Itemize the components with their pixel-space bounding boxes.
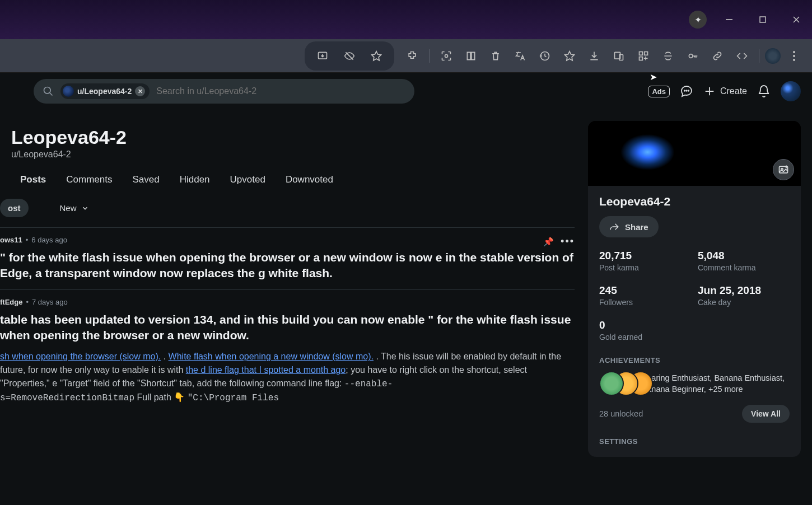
- install-app-icon[interactable]: [311, 45, 334, 67]
- stat-comment-karma: 5,048 Comment karma: [698, 250, 790, 272]
- svg-point-16: [686, 90, 687, 91]
- svg-point-10: [689, 54, 693, 58]
- sort-label: New: [60, 203, 77, 213]
- downloads-icon[interactable]: [583, 45, 605, 67]
- svg-point-13: [793, 59, 795, 61]
- chip-close-icon[interactable]: ✕: [135, 86, 145, 96]
- search-input[interactable]: [156, 86, 405, 96]
- svg-rect-8: [645, 52, 648, 55]
- add-banner-button[interactable]: [773, 159, 794, 180]
- tab-posts[interactable]: Posts: [20, 174, 46, 185]
- password-key-icon[interactable]: [682, 45, 704, 67]
- delete-icon[interactable]: [484, 45, 507, 67]
- address-bar-actions: [305, 41, 394, 71]
- search-scope-chip[interactable]: u/Leopeva64-2 ✕: [60, 83, 150, 99]
- tab-upvoted[interactable]: Upvoted: [230, 174, 265, 185]
- achievements-heading: ACHIEVEMENTS: [599, 356, 790, 364]
- share-button[interactable]: Share: [599, 216, 659, 237]
- svg-rect-0: [726, 19, 732, 20]
- tracking-prevention-icon[interactable]: [338, 45, 361, 67]
- post-subreddit[interactable]: ows11: [0, 236, 22, 244]
- share-icon: [609, 222, 619, 232]
- share-label: Share: [625, 222, 648, 232]
- post-title[interactable]: " for the white flash issue when opening…: [0, 250, 575, 282]
- stats-grid: 20,715 Post karma 5,048 Comment karma 24…: [599, 250, 790, 342]
- send-to-devices-icon[interactable]: [608, 45, 630, 67]
- stat-cake-day: Jun 25, 2018 Cake day: [698, 284, 790, 307]
- close-button[interactable]: [785, 8, 808, 31]
- extensions-icon[interactable]: [401, 45, 423, 67]
- apps-icon[interactable]: [632, 45, 655, 67]
- stat-gold: 0 Gold earned: [599, 319, 691, 342]
- browser-titlebar: ✦: [0, 0, 812, 39]
- tab-hidden[interactable]: Hidden: [180, 174, 210, 185]
- profile-sidebar: Leopeva64-2 Share 20,715 Post karma 5,04…: [588, 121, 801, 457]
- view-all-button[interactable]: View All: [742, 405, 790, 423]
- sparkle-icon: ✦: [694, 15, 702, 25]
- achievement-badges[interactable]: [599, 371, 632, 396]
- unlocked-row: 28 unlocked View All: [599, 405, 790, 423]
- tab-downvoted[interactable]: Downvoted: [286, 174, 333, 185]
- strikethrough-icon[interactable]: [657, 45, 679, 67]
- tab-saved[interactable]: Saved: [132, 174, 159, 185]
- ai-sparkle-button[interactable]: ✦: [689, 11, 707, 29]
- search-bar[interactable]: u/Leopeva64-2 ✕: [34, 79, 414, 104]
- post-link[interactable]: the d line flag that I spotted a month a…: [186, 365, 346, 375]
- post-age: 6 days ago: [31, 236, 67, 244]
- translate-icon[interactable]: [509, 45, 531, 67]
- user-avatar[interactable]: [781, 81, 801, 101]
- svg-rect-7: [640, 52, 643, 55]
- plus-icon: [703, 85, 716, 97]
- achievements-row: Sharing Enthusiast, Banana Enthusiast, B…: [599, 371, 790, 396]
- stat-followers: 245 Followers: [599, 284, 691, 307]
- separator: [429, 49, 430, 63]
- profile-username: u/Leopeva64-2: [11, 149, 575, 160]
- browser-menu-icon[interactable]: [783, 45, 805, 67]
- favorites-icon[interactable]: [558, 45, 581, 67]
- post-age: 7 days ago: [32, 298, 68, 306]
- card-username: Leopeva64-2: [599, 195, 790, 208]
- tab-comments[interactable]: Comments: [66, 174, 112, 185]
- feed-controls: ost New: [0, 193, 575, 227]
- chip-label: u/Leopeva64-2: [77, 87, 132, 96]
- browser-profile-avatar[interactable]: [765, 48, 781, 64]
- favorite-star-icon[interactable]: [365, 45, 388, 67]
- screenshot-icon[interactable]: [435, 45, 458, 67]
- svg-point-3: [445, 54, 448, 57]
- chip-avatar: [63, 86, 74, 97]
- post-link[interactable]: White flash when opening a new window (s…: [169, 352, 374, 361]
- profile-tabs: Posts Comments Saved Hidden Upvoted Down…: [0, 160, 575, 193]
- maximize-button[interactable]: [752, 8, 774, 31]
- profile-card: Leopeva64-2 Share 20,715 Post karma 5,04…: [588, 121, 801, 457]
- post-item[interactable]: 📌 ••• ows11 • 6 days ago " for the white…: [0, 227, 575, 289]
- chat-icon[interactable]: [680, 85, 693, 98]
- post-item[interactable]: ftEdge • 7 days ago table has been updat…: [0, 289, 575, 413]
- page-content: u/Leopeva64-2 ✕ Ads Create Leopeva64-2 u…: [0, 73, 812, 505]
- post-title[interactable]: table has been updated to version 134, a…: [0, 312, 575, 344]
- add-image-icon: [778, 164, 789, 175]
- reddit-header: u/Leopeva64-2 ✕ Ads Create: [0, 73, 812, 110]
- badge-icon: [599, 371, 624, 396]
- reader-icon[interactable]: [460, 45, 482, 67]
- minimize-button[interactable]: [718, 8, 740, 31]
- profile-display-name: Leopeva64-2: [11, 127, 575, 148]
- devtools-icon[interactable]: [731, 45, 753, 67]
- create-label: Create: [720, 86, 747, 96]
- history-icon[interactable]: [534, 45, 556, 67]
- pin-icon: 📌: [543, 237, 554, 247]
- settings-heading: SETTINGS: [599, 437, 790, 446]
- post-link[interactable]: sh when opening the browser (slow mo).: [0, 352, 161, 361]
- post-menu-icon[interactable]: •••: [561, 236, 575, 247]
- post-meta: ftEdge • 7 days ago: [0, 298, 575, 306]
- sort-dropdown[interactable]: New: [39, 203, 89, 213]
- svg-point-14: [44, 87, 51, 94]
- create-button[interactable]: Create: [703, 85, 747, 97]
- separator: [759, 49, 759, 63]
- link-icon[interactable]: [706, 45, 729, 67]
- notifications-icon[interactable]: [757, 85, 771, 98]
- svg-rect-1: [760, 17, 766, 22]
- create-post-button[interactable]: ost: [0, 199, 29, 217]
- ads-button[interactable]: Ads: [648, 86, 670, 97]
- main-feed: Leopeva64-2 u/Leopeva64-2 Posts Comments…: [0, 121, 575, 457]
- post-subreddit[interactable]: ftEdge: [0, 298, 22, 306]
